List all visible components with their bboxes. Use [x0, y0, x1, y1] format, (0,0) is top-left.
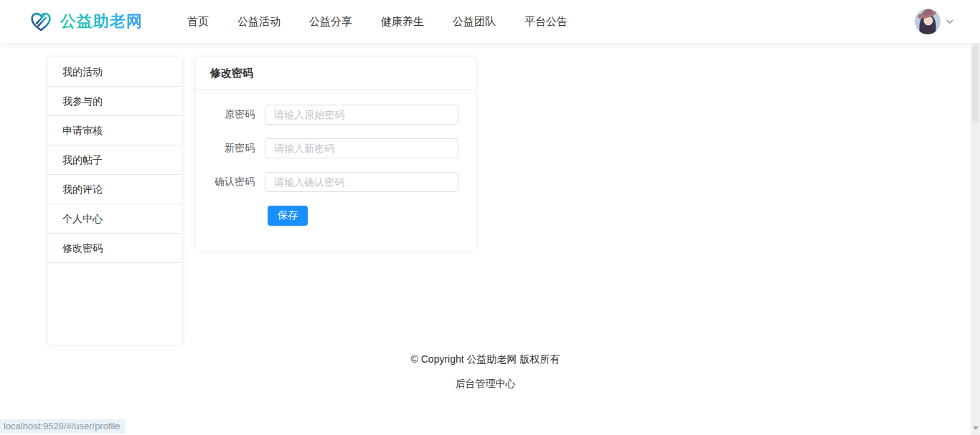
- user-menu[interactable]: [915, 9, 960, 34]
- sidebar-item-change-password[interactable]: 修改密码: [48, 234, 182, 263]
- vertical-scrollbar[interactable]: [971, 43, 980, 435]
- admin-center-link[interactable]: 后台管理中心: [0, 378, 971, 391]
- nav-item-activities[interactable]: 公益活动: [237, 15, 281, 29]
- heart-logo-icon: [29, 9, 53, 34]
- copyright-text: © Copyright 公益助老网 版权所有: [0, 353, 971, 366]
- app-header: 公益助老网 首页 公益活动 公益分享 健康养生 公益团队 平台公告: [0, 0, 980, 43]
- form-row: 确认密码: [196, 172, 476, 192]
- sidebar-item-my-activities[interactable]: 我的活动: [48, 57, 182, 87]
- nav-item-health[interactable]: 健康养生: [381, 15, 424, 29]
- sidebar-item-my-posts[interactable]: 我的帖子: [48, 145, 182, 175]
- page-footer: © Copyright 公益助老网 版权所有 后台管理中心: [0, 353, 971, 391]
- sidebar-item-application-review[interactable]: 申请审核: [48, 116, 182, 145]
- nav-item-teams[interactable]: 公益团队: [453, 15, 496, 29]
- nav-item-sharing[interactable]: 公益分享: [309, 15, 352, 29]
- main-content: 我的活动 我参与的 申请审核 我的帖子 我的评论 个人中心 修改密码 修改密码 …: [0, 43, 971, 435]
- scroll-down-arrow-icon: [973, 426, 979, 430]
- new-password-input[interactable]: [265, 138, 458, 158]
- chevron-down-icon[interactable]: [946, 17, 954, 26]
- form-row: 原密码: [196, 105, 476, 125]
- old-password-label: 原密码: [196, 108, 265, 121]
- form-row: 新密码: [196, 138, 476, 158]
- save-button[interactable]: 保存: [268, 206, 308, 226]
- brand-name: 公益助老网: [60, 11, 143, 32]
- sidebar-item-my-participation[interactable]: 我参与的: [48, 87, 182, 116]
- main-nav: 首页 公益活动 公益分享 健康养生 公益团队 平台公告: [187, 15, 567, 29]
- avatar[interactable]: [915, 9, 941, 34]
- scroll-down-button[interactable]: [971, 424, 980, 431]
- change-password-panel: 修改密码 原密码 新密码 确认密码 保存: [196, 57, 476, 251]
- link-preview-statusbar: localhost:9528/#/user/profile: [0, 419, 126, 434]
- sidebar-item-personal-center[interactable]: 个人中心: [48, 204, 182, 234]
- new-password-label: 新密码: [196, 142, 265, 155]
- confirm-password-label: 确认密码: [196, 176, 265, 188]
- sidebar-item-my-comments[interactable]: 我的评论: [48, 175, 182, 204]
- scrollbar-thumb[interactable]: [972, 44, 979, 123]
- nav-item-home[interactable]: 首页: [187, 15, 209, 29]
- confirm-password-input[interactable]: [265, 172, 458, 192]
- brand-logo[interactable]: 公益助老网: [29, 9, 143, 34]
- profile-sidebar: 我的活动 我参与的 申请审核 我的帖子 我的评论 个人中心 修改密码: [48, 57, 182, 345]
- nav-item-announcements[interactable]: 平台公告: [524, 15, 567, 29]
- panel-title: 修改密码: [196, 57, 476, 90]
- old-password-input[interactable]: [265, 105, 458, 125]
